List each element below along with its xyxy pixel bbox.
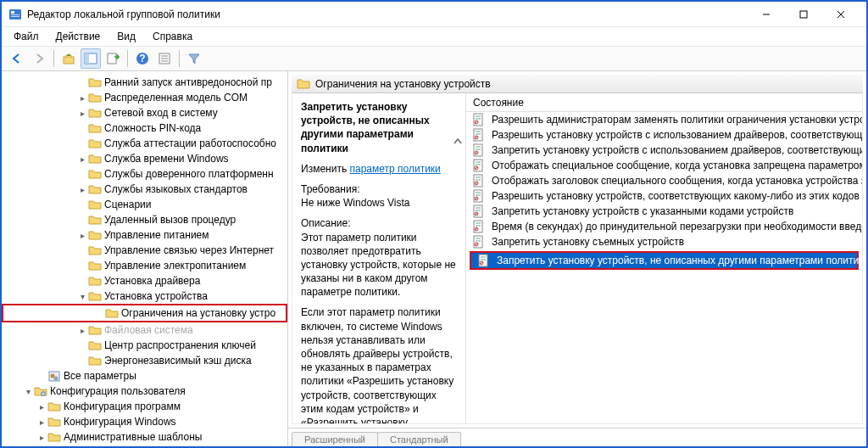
tree-item[interactable]: Центр распространения ключей	[2, 338, 287, 353]
properties-button[interactable]	[154, 48, 175, 69]
policy-list-item[interactable]: Разрешить установку устройств, соответст…	[466, 188, 862, 204]
minimize-button[interactable]	[748, 3, 785, 26]
policy-list-item[interactable]: Запретить установку устройств, не описан…	[470, 251, 859, 270]
policy-list-item[interactable]: Запретить установку съемных устройств	[466, 234, 862, 249]
forward-button[interactable]	[29, 48, 49, 69]
folder-icon	[88, 91, 102, 104]
disclosure-icon	[76, 168, 88, 180]
tree-item-label: Службы доверенного платформенн	[104, 168, 274, 180]
close-button[interactable]	[822, 3, 860, 26]
right-header-title: Ограничения на установку устройств	[315, 78, 491, 90]
tree-item[interactable]: ▸Конфигурация программ	[2, 399, 287, 414]
menu-help[interactable]: Справка	[146, 29, 199, 44]
tree-item-label: Ограничения на установку устро	[121, 307, 275, 319]
policy-list-item[interactable]: Отображать специальное сообщение, когда …	[466, 158, 862, 173]
disclosure-icon[interactable]: ▸	[36, 416, 47, 428]
tree-item[interactable]: ▾Установка устройства	[2, 288, 287, 304]
window-title: Редактор локальной групповой политики	[27, 8, 748, 20]
detail-pane: Запретить установку устройств, не описан…	[292, 93, 466, 423]
tab-extended[interactable]: Расширенный	[292, 432, 378, 446]
show-hide-tree-button[interactable]	[81, 48, 101, 69]
tree-item[interactable]: Управление электропитанием	[2, 258, 287, 273]
tree-item[interactable]: Сценарии	[2, 197, 287, 212]
edit-policy-link[interactable]: параметр политики	[349, 163, 440, 175]
folder-icon	[88, 152, 102, 165]
disclosure-icon[interactable]: ▸	[76, 324, 88, 336]
tree-item[interactable]: Установка драйвера	[2, 273, 287, 288]
tree-item[interactable]: Удаленный вызов процедур	[2, 212, 287, 227]
tree-item-label: Сетевой вход в систему	[104, 107, 218, 119]
disclosure-icon[interactable]: ▸	[76, 92, 88, 104]
tree-item[interactable]: ▸Административные шаблоны	[2, 429, 287, 445]
policy-item-label: Разрешить установку устройств, соответст…	[492, 190, 862, 202]
policy-list[interactable]: Состояние Разрешить администраторам заме…	[466, 93, 862, 423]
tree-item[interactable]: Ограничения на установку устро	[2, 304, 287, 322]
policy-list-item[interactable]: Разрешить установку устройств с использо…	[466, 127, 862, 143]
menu-view[interactable]: Вид	[110, 29, 142, 44]
folder-icon	[88, 259, 102, 272]
svg-rect-2	[11, 14, 19, 15]
tree-item[interactable]: Управление связью через Интернет	[2, 243, 287, 258]
disclosure-icon[interactable]: ▸	[36, 431, 47, 443]
disclosure-icon[interactable]: ▸	[76, 153, 88, 165]
tree-item[interactable]: ▸Служба времени Windows	[2, 151, 287, 166]
tree-item[interactable]: Ранний запуск антивредоносной пр	[2, 75, 287, 90]
menu-action[interactable]: Действие	[49, 29, 108, 44]
folder-icon	[88, 213, 102, 227]
tree-item[interactable]: ▸Управление питанием	[2, 227, 287, 243]
disclosure-icon[interactable]: ▸	[76, 183, 88, 195]
tree-item-label: Энергонезависимый кэш диска	[104, 355, 252, 367]
tree-item-label: Все параметры	[64, 370, 136, 382]
svg-point-19	[51, 374, 55, 378]
policy-list-item[interactable]: Время (в секундах) до принудительной пер…	[466, 219, 862, 234]
tree-pane[interactable]: Ранний запуск антивредоносной пр▸Распред…	[2, 71, 288, 446]
disclosure-icon[interactable]: ▸	[76, 107, 88, 119]
tree-item[interactable]: Службы доверенного платформенн	[2, 166, 287, 182]
filter-button[interactable]	[184, 48, 204, 69]
tree-item-label: Сценарии	[104, 199, 151, 210]
scroll-up-icon[interactable]	[452, 136, 464, 148]
export-button[interactable]	[103, 48, 123, 69]
disclosure-icon[interactable]: ▾	[22, 385, 34, 397]
tree-item[interactable]: ▾Конфигурация пользователя	[2, 384, 287, 399]
policy-list-item[interactable]: Отображать заголовок специального сообще…	[466, 173, 862, 188]
policy-list-item[interactable]: Запретить установку устройств с указанны…	[466, 204, 862, 219]
help-button[interactable]: ?	[132, 48, 153, 69]
disclosure-icon[interactable]: ▸	[76, 229, 88, 241]
tree-item[interactable]: ▸Конфигурация Windows	[2, 414, 287, 429]
tab-standard[interactable]: Стандартный	[377, 432, 461, 446]
tree-item-label: Служба аттестации работоспособно	[104, 137, 276, 149]
tree-item[interactable]: ▸Файловая система	[2, 322, 287, 338]
folder-icon	[88, 274, 102, 288]
tree-item-label: Ранний запуск антивредоносной пр	[104, 76, 272, 88]
policy-list-item[interactable]: Запретить установку устройств с использо…	[466, 143, 862, 158]
up-button[interactable]	[58, 48, 79, 69]
policy-item-label: Время (в секундах) до принудительной пер…	[492, 221, 862, 232]
tree-item[interactable]: ▸Службы языковых стандартов	[2, 182, 287, 197]
policy-item-label: Запретить установку съемных устройств	[492, 236, 684, 248]
tree-item[interactable]: Служба аттестации работоспособно	[2, 136, 287, 151]
policy-item-label: Запретить установку устройств с использо…	[492, 144, 862, 156]
tree-item[interactable]: ▸Распределенная модель COM	[2, 90, 287, 105]
policy-list-item[interactable]: Разрешить администраторам заменять полит…	[466, 112, 862, 127]
tree-item[interactable]: Все параметры	[2, 368, 287, 384]
policy-icon	[471, 189, 485, 203]
tree-item[interactable]: Энергонезависимый кэш диска	[2, 353, 287, 368]
disclosure-icon	[76, 260, 88, 272]
folder-icon	[88, 121, 102, 135]
disclosure-icon[interactable]: ▾	[76, 290, 88, 302]
tree-item[interactable]: Сложность PIN-кода	[2, 120, 287, 136]
folder-icon	[88, 354, 102, 367]
svg-point-20	[54, 377, 58, 381]
list-column-state[interactable]: Состояние	[466, 93, 862, 112]
disclosure-icon[interactable]: ▸	[36, 400, 47, 412]
svg-rect-8	[64, 57, 74, 64]
toolbar: ?	[2, 46, 866, 71]
menu-file[interactable]: Файл	[7, 29, 46, 44]
tree-item[interactable]: ▸Сетевой вход в систему	[2, 105, 287, 120]
back-button[interactable]	[7, 48, 27, 69]
tree-item-label: Установка устройства	[104, 290, 208, 302]
maximize-button[interactable]	[785, 3, 822, 26]
tree-item-label: Управление электропитанием	[104, 260, 246, 272]
folder-icon	[88, 339, 102, 352]
